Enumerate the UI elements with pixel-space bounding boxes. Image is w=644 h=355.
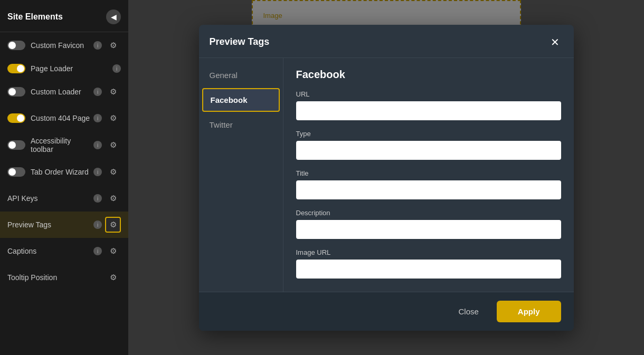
sidebar-item-preview-tags[interactable]: Preview Tags i ⚙ bbox=[0, 212, 128, 238]
modal-title: Preview Tags bbox=[210, 36, 270, 47]
title-form-group: Title bbox=[296, 169, 561, 199]
sidebar-title: Site Elements bbox=[7, 12, 63, 22]
info-icon: i bbox=[93, 220, 102, 229]
gear-icon-wrapper[interactable]: ⚙ bbox=[105, 190, 121, 206]
preview-tags-modal: Preview Tags ✕ General Facebook Twitter bbox=[199, 25, 574, 331]
gear-icon[interactable]: ⚙ bbox=[110, 167, 117, 177]
sidebar-item-page-loader[interactable]: Page Loader i bbox=[0, 59, 128, 79]
main-content: Image 404 oopp... page not found Preview… bbox=[128, 0, 644, 355]
gear-icon-wrapper[interactable]: ⚙ bbox=[105, 84, 121, 100]
gear-icon-wrapper[interactable]: ⚙ bbox=[105, 110, 121, 126]
description-label: Description bbox=[296, 209, 561, 217]
sidebar-item-accessibility-toolbar[interactable]: Accessibility toolbar i ⚙ bbox=[0, 131, 128, 159]
title-label: Title bbox=[296, 169, 561, 177]
sidebar-item-tooltip-position[interactable]: Tooltip Position ⚙ bbox=[0, 264, 128, 291]
url-input[interactable] bbox=[296, 101, 561, 120]
sidebar: Site Elements ◀ Custom Favicon i ⚙ Page … bbox=[0, 0, 128, 355]
modal-content-area: Facebook URL Type Title Descript bbox=[283, 58, 574, 292]
accessibility-toggle[interactable] bbox=[7, 140, 25, 150]
custom-loader-toggle[interactable] bbox=[7, 87, 25, 97]
close-button[interactable]: Close bbox=[448, 302, 489, 321]
sidebar-item-api-keys[interactable]: API Keys i ⚙ bbox=[0, 185, 128, 212]
apply-button[interactable]: Apply bbox=[497, 301, 561, 322]
title-input[interactable] bbox=[296, 180, 561, 199]
sidebar-item-label: Custom Favicon bbox=[31, 41, 91, 50]
gear-icon[interactable]: ⚙ bbox=[110, 273, 117, 282]
custom-404-toggle[interactable] bbox=[7, 113, 25, 123]
info-icon: i bbox=[93, 114, 102, 122]
modal-header: Preview Tags ✕ bbox=[199, 25, 574, 58]
collapse-button[interactable]: ◀ bbox=[106, 9, 121, 24]
gear-icon[interactable]: ⚙ bbox=[110, 41, 117, 50]
type-input[interactable] bbox=[296, 141, 561, 160]
gear-icon[interactable]: ⚙ bbox=[110, 87, 117, 97]
gear-icon-wrapper[interactable]: ⚙ bbox=[105, 243, 121, 259]
sidebar-item-custom-loader[interactable]: Custom Loader i ⚙ bbox=[0, 79, 128, 105]
tab-twitter[interactable]: Twitter bbox=[199, 113, 283, 137]
modal-body: General Facebook Twitter Facebook URL bbox=[199, 58, 574, 292]
sidebar-item-custom-favicon[interactable]: Custom Favicon i ⚙ bbox=[0, 32, 128, 59]
info-icon: i bbox=[93, 194, 102, 203]
tab-general[interactable]: General bbox=[199, 63, 283, 87]
gear-icon[interactable]: ⚙ bbox=[110, 246, 117, 256]
description-form-group: Description bbox=[296, 209, 561, 239]
tab-order-toggle[interactable] bbox=[7, 167, 25, 177]
sidebar-item-custom-404-page[interactable]: Custom 404 Page i ⚙ bbox=[0, 105, 128, 131]
tab-facebook[interactable]: Facebook bbox=[202, 88, 280, 112]
gear-icon[interactable]: ⚙ bbox=[110, 140, 117, 150]
type-form-group: Type bbox=[296, 130, 561, 160]
image-url-input[interactable] bbox=[296, 260, 561, 279]
gear-icon[interactable]: ⚙ bbox=[110, 113, 117, 123]
sidebar-item-label: Tooltip Position bbox=[7, 273, 102, 282]
modal-tabs: General Facebook Twitter bbox=[199, 58, 283, 292]
sidebar-item-captions[interactable]: Captions i ⚙ bbox=[0, 238, 128, 264]
gear-icon[interactable]: ⚙ bbox=[110, 220, 117, 229]
description-input[interactable] bbox=[296, 220, 561, 239]
info-icon: i bbox=[93, 41, 102, 50]
sidebar-item-label: Captions bbox=[7, 247, 91, 255]
image-url-form-group: Image URL bbox=[296, 248, 561, 279]
gear-icon-wrapper[interactable]: ⚙ bbox=[105, 137, 121, 153]
info-icon: i bbox=[93, 141, 102, 149]
page-loader-toggle[interactable] bbox=[7, 64, 25, 73]
info-icon: i bbox=[93, 247, 102, 255]
sidebar-item-label: Accessibility toolbar bbox=[31, 137, 91, 153]
info-icon: i bbox=[93, 168, 102, 176]
custom-favicon-toggle[interactable] bbox=[7, 41, 25, 50]
modal-overlay[interactable]: Preview Tags ✕ General Facebook Twitter bbox=[128, 0, 644, 355]
type-label: Type bbox=[296, 130, 561, 138]
info-icon: i bbox=[93, 88, 102, 96]
sidebar-item-tab-order-wizard[interactable]: Tab Order Wizard i ⚙ bbox=[0, 159, 128, 185]
gear-icon-wrapper[interactable]: ⚙ bbox=[105, 164, 121, 180]
modal-close-button[interactable]: ✕ bbox=[547, 34, 563, 50]
sidebar-header: Site Elements ◀ bbox=[0, 0, 128, 32]
sidebar-item-label: Preview Tags bbox=[7, 220, 91, 229]
modal-content-title: Facebook bbox=[296, 69, 561, 81]
image-url-label: Image URL bbox=[296, 248, 561, 256]
sidebar-item-label: Tab Order Wizard bbox=[31, 168, 91, 176]
modal-footer: Close Apply bbox=[199, 292, 574, 331]
url-label: URL bbox=[296, 90, 561, 98]
sidebar-item-label: Custom Loader bbox=[31, 88, 91, 96]
gear-icon-wrapper-active[interactable]: ⚙ bbox=[105, 217, 121, 233]
gear-icon-wrapper[interactable]: ⚙ bbox=[105, 37, 121, 53]
info-icon: i bbox=[112, 64, 121, 73]
sidebar-item-label: API Keys bbox=[7, 194, 91, 203]
sidebar-item-label: Page Loader bbox=[31, 64, 110, 73]
gear-icon[interactable]: ⚙ bbox=[110, 194, 117, 203]
url-form-group: URL bbox=[296, 90, 561, 120]
sidebar-item-label: Custom 404 Page bbox=[31, 114, 91, 122]
gear-icon-wrapper[interactable]: ⚙ bbox=[105, 270, 121, 285]
